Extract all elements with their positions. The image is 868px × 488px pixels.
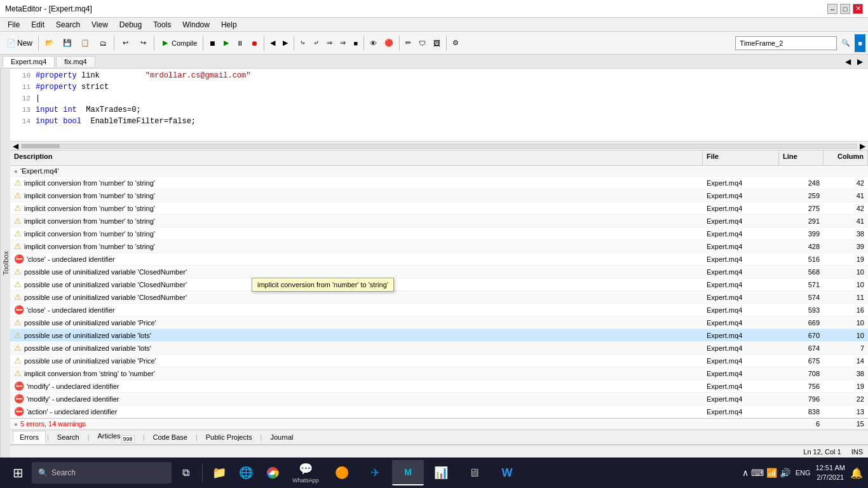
image-icon: 🖼 xyxy=(433,39,440,47)
clock[interactable]: 12:51 AM 2/7/2021 xyxy=(816,463,845,483)
run-button[interactable]: ▶ xyxy=(220,34,232,52)
error-row[interactable]: ⚠ possible use of uninitialized variable… xyxy=(10,316,868,329)
chevron-up-icon[interactable]: ∧ xyxy=(742,468,749,478)
error-row[interactable]: ⚠ possible use of uninitialized variable… xyxy=(10,342,868,355)
code-line-14: 14 input bool EnableTimeFilter=false; xyxy=(13,116,865,127)
pause-button[interactable]: ⏸ xyxy=(233,34,247,52)
debug-btn2[interactable]: ⤶ xyxy=(310,34,322,52)
menu-window[interactable]: Window xyxy=(177,19,215,30)
brnmjh-button[interactable]: 🟠 xyxy=(326,460,358,485)
error-row[interactable]: ⚠ implicit conversion from 'number' to '… xyxy=(10,202,868,215)
menu-edit[interactable]: Edit xyxy=(26,19,50,30)
shield-btn[interactable]: 🛡 xyxy=(416,34,429,52)
error-row[interactable]: ⚠ possible use of uninitialized variable… xyxy=(10,278,868,291)
debug-btn1[interactable]: ⤷ xyxy=(297,34,309,52)
setup-button[interactable]: 🖥 xyxy=(458,460,490,485)
debug-btn3[interactable]: ⇒ xyxy=(323,34,336,52)
error-row[interactable]: ⛔ 'modify' - undeclared identifier Exper… xyxy=(10,393,868,405)
menu-view[interactable]: View xyxy=(86,19,113,30)
tab-fix-mq4[interactable]: fix.mq4 xyxy=(56,56,95,67)
toggle-button[interactable]: 🗂 xyxy=(95,34,111,52)
telegram-button[interactable]: ✈ xyxy=(359,460,391,485)
save-button[interactable]: 💾 xyxy=(59,34,76,52)
error-row[interactable]: ⛔ 'close' - undeclared identifier Expert… xyxy=(10,253,868,266)
compile-button[interactable]: ▶ Compile xyxy=(157,34,200,52)
toolbar-sep-9 xyxy=(446,36,447,51)
tab-articles[interactable]: Articles998 xyxy=(91,430,142,444)
error-row[interactable]: ⚠ possible use of uninitialized variable… xyxy=(10,329,868,342)
toolbar-find-button[interactable]: ■ xyxy=(855,34,865,52)
undo-button[interactable]: ↩ xyxy=(117,34,133,52)
error-row[interactable]: ⚠ implicit conversion from 'number' to '… xyxy=(10,227,868,240)
error-row[interactable]: ⛔ 'action' - undeclared identifier Exper… xyxy=(10,405,868,418)
summary-line-count: 6 xyxy=(779,420,824,428)
scroll-left-btn[interactable]: ◀ xyxy=(10,142,21,151)
taskbar-search-bar[interactable]: 🔍 Search xyxy=(32,462,172,484)
menu-tools[interactable]: Tools xyxy=(148,19,176,30)
whatsapp-button[interactable]: 💬 WhatsApp xyxy=(287,459,325,487)
toolbar-search-input[interactable] xyxy=(735,36,837,50)
error-row[interactable]: ⛔ 'modify' - undeclared identifier Exper… xyxy=(10,380,868,393)
debug-btn5[interactable]: ■ xyxy=(350,34,361,52)
tab-public-projects[interactable]: Public Projects xyxy=(199,431,259,444)
toolbar-sep-3 xyxy=(154,36,154,51)
scroll-right-btn[interactable]: ▶ xyxy=(857,142,868,151)
menu-help[interactable]: Help xyxy=(216,19,242,30)
toolbar-search-button[interactable]: 🔍 xyxy=(838,34,853,52)
tab-expert-mq4[interactable]: Expert.mq4 xyxy=(3,56,55,67)
tab-nav-right[interactable]: ▶ xyxy=(855,57,865,66)
error-row[interactable]: ⚠ possible use of uninitialized variable… xyxy=(10,355,868,367)
chrome-button[interactable] xyxy=(260,460,285,485)
nav-forward-button[interactable]: ▶ xyxy=(280,34,291,52)
new-button[interactable]: 📄 New xyxy=(3,34,36,52)
copy-button[interactable]: 📋 xyxy=(77,34,93,52)
error-row[interactable]: ⚠ implicit conversion from 'number' to '… xyxy=(10,215,868,227)
stop-button[interactable]: ⏹ xyxy=(206,34,219,52)
scroll-track[interactable] xyxy=(21,144,857,149)
horizontal-scrollbar[interactable]: ◀ ▶ xyxy=(10,142,868,151)
breakpoints-btn[interactable]: 🔴 xyxy=(381,34,397,52)
record-button[interactable]: ⏺ xyxy=(248,34,261,52)
watch-btn[interactable]: 👁 xyxy=(367,34,380,52)
task-view-button[interactable]: ⧉ xyxy=(173,460,198,485)
scroll-thumb[interactable] xyxy=(22,144,60,148)
tab-search[interactable]: Search xyxy=(50,431,86,444)
error-row[interactable]: ⚠ possible use of uninitialized variable… xyxy=(10,291,868,304)
menu-debug[interactable]: Debug xyxy=(114,19,147,30)
metaeditor-button[interactable]: M xyxy=(392,460,424,485)
edge-button[interactable]: 🌐 xyxy=(233,460,259,485)
redo-button[interactable]: ↪ xyxy=(135,34,151,52)
debug-btn4[interactable]: ⇒ xyxy=(337,34,349,52)
record-icon: ⏺ xyxy=(251,39,258,47)
tab-journal[interactable]: Journal xyxy=(263,431,300,444)
menu-file[interactable]: File xyxy=(3,19,25,30)
whatsapp-icon: 💬 xyxy=(299,462,313,476)
menu-search[interactable]: Search xyxy=(51,19,85,30)
error-row[interactable]: ⚠ implicit conversion from 'number' to '… xyxy=(10,240,868,253)
toolbar-sep-8 xyxy=(399,36,400,51)
open-button[interactable]: 📂 xyxy=(41,34,58,52)
pen-btn[interactable]: ✏ xyxy=(402,34,414,52)
error-row[interactable]: ⚠ implicit conversion from 'string' to '… xyxy=(10,367,868,380)
error-table-header: Description File Line Column xyxy=(10,151,868,166)
settings-btn[interactable]: ⚙ xyxy=(449,34,462,52)
file-explorer-button[interactable]: 📁 xyxy=(207,460,232,485)
tab-codebase[interactable]: Code Base xyxy=(146,431,194,444)
start-button[interactable]: ⊞ xyxy=(5,460,31,485)
notification-icon[interactable]: 🔔 xyxy=(850,467,863,479)
tab-nav-left[interactable]: ◀ xyxy=(843,57,853,66)
clock-time: 12:51 AM xyxy=(816,463,845,473)
toolbox-panel[interactable]: Toolbox xyxy=(0,69,10,458)
error-row[interactable]: ⚠ implicit conversion from 'number' to '… xyxy=(10,189,868,202)
error-row[interactable]: ⛔ 'close' - undeclared identifier Expert… xyxy=(10,304,868,316)
image-btn[interactable]: 🖼 xyxy=(430,34,444,52)
chart-button[interactable]: 📊 xyxy=(425,460,457,485)
tab-errors[interactable]: Errors xyxy=(13,431,46,444)
minimize-button[interactable]: – xyxy=(827,4,837,14)
nav-back-button[interactable]: ◀ xyxy=(267,34,278,52)
error-row[interactable]: ⚠ implicit conversion from 'number' to '… xyxy=(10,177,868,189)
maximize-button[interactable]: □ xyxy=(840,4,850,14)
error-row[interactable]: ⚠ possible use of uninitialized variable… xyxy=(10,266,868,278)
document-button[interactable]: W xyxy=(491,460,523,485)
close-button[interactable]: ✕ xyxy=(853,4,863,14)
